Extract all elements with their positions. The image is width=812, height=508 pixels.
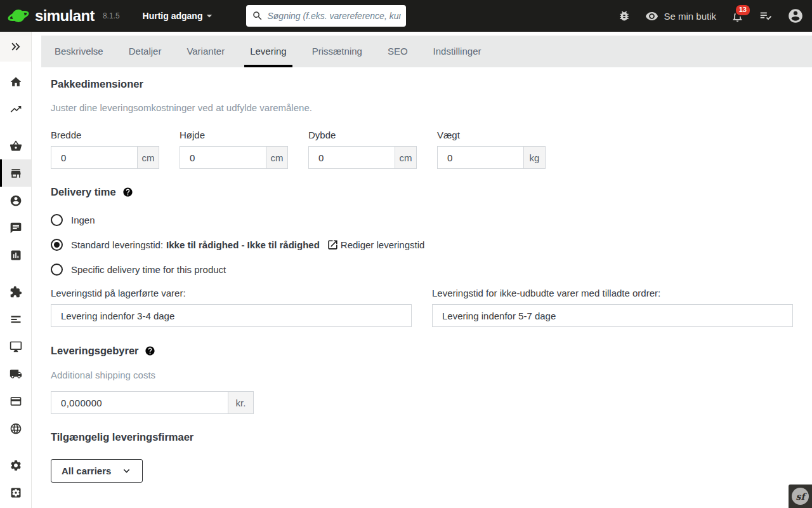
option-none-label: Ingen: [71, 215, 95, 225]
delivery-time-heading-text: Delivery time: [51, 186, 116, 198]
tab-levering[interactable]: Levering: [250, 36, 287, 67]
weight-unit-addon: kg: [523, 147, 545, 168]
radio-specific[interactable]: [51, 264, 63, 276]
monitor-icon: [10, 340, 22, 353]
sidebar-item-dashboard[interactable]: [0, 95, 31, 123]
sidebar-item-customer-service[interactable]: [0, 214, 31, 241]
text-lines-icon: [10, 313, 22, 326]
tab-indstillinger[interactable]: Indstillinger: [433, 36, 481, 67]
sidebar-item-home[interactable]: [0, 68, 31, 95]
radio-default[interactable]: [51, 239, 63, 251]
weight-input[interactable]: [438, 147, 523, 168]
symfony-logo-icon: sf: [792, 488, 809, 505]
height-label: Højde: [180, 130, 288, 140]
avatar-icon: [787, 8, 804, 24]
gear-square-icon: [10, 486, 22, 499]
shopping-basket-icon: [10, 140, 22, 152]
eye-icon: [645, 10, 658, 23]
main-area: Beskrivelse Detaljer Varianter Levering …: [32, 32, 812, 483]
sidebar-item-catalog[interactable]: [0, 159, 31, 187]
sidebar-item-payment[interactable]: [0, 387, 31, 415]
depth-input[interactable]: [309, 147, 395, 168]
height-input[interactable]: [180, 147, 266, 168]
sidebar-item-shipping[interactable]: [0, 360, 31, 387]
planet-logo-icon: [8, 6, 29, 25]
person-circle-icon: [10, 194, 22, 207]
topbar: simulant 8.1.5 Hurtig adgang Se min buti…: [0, 0, 812, 32]
width-unit-addon: cm: [137, 147, 159, 168]
option-default-prefix: Standard leveringstid:: [71, 239, 163, 250]
chevron-down-icon: [121, 465, 133, 477]
tab-detaljer[interactable]: Detaljer: [129, 36, 162, 67]
delivery-time-fields: Leveringstid på lagerførte varer: Leveri…: [51, 288, 793, 327]
truck-icon: [10, 368, 22, 380]
tab-prissaetning[interactable]: Prissætning: [312, 36, 362, 67]
in-stock-delivery-input[interactable]: [51, 304, 412, 327]
depth-label: Dybde: [308, 130, 417, 140]
shipping-cost-field-group: kr.: [51, 391, 254, 414]
sidebar-item-customers[interactable]: [0, 187, 31, 214]
option-default-value: Ikke til rådighed - Ikke til rådighed: [166, 239, 320, 250]
edit-delivery-time-link[interactable]: Rediger leveringstid: [327, 239, 425, 251]
option-default-row: Standard leveringstid: Ikke til rådighed…: [51, 238, 793, 251]
carriers-dropdown-label: All carriers: [62, 465, 111, 476]
shipping-cost-input[interactable]: [51, 392, 228, 413]
topbar-actions: Se min butik 13: [618, 8, 812, 24]
view-shop-link[interactable]: Se min butik: [645, 10, 716, 23]
brand-name: simulant: [35, 7, 95, 25]
notifications-count-badge: 13: [735, 4, 751, 17]
sidebar-item-stats[interactable]: [0, 241, 31, 269]
option-specific-label: Specific delivery time for this product: [71, 264, 226, 275]
carriers-dropdown[interactable]: All carriers: [51, 459, 143, 483]
chat-icon: [10, 222, 22, 234]
depth-field-group: Dybde cm: [308, 130, 417, 169]
oos-delivery-input[interactable]: [432, 304, 793, 327]
tab-seo[interactable]: SEO: [388, 36, 408, 67]
global-search: [246, 5, 406, 27]
radio-none[interactable]: [51, 214, 63, 226]
version-label: 8.1.5: [103, 11, 120, 20]
quick-access-label: Hurtig adgang: [143, 11, 203, 21]
debug-mode-icon[interactable]: [618, 10, 631, 22]
width-input[interactable]: [51, 147, 137, 168]
symfony-profiler-badge[interactable]: sf: [789, 485, 812, 508]
delivery-time-help-icon[interactable]: [122, 187, 133, 197]
credit-card-icon: [10, 395, 22, 408]
sidebar-item-international[interactable]: [0, 415, 31, 442]
search-input[interactable]: [246, 5, 406, 27]
edit-delivery-time-label: Rediger leveringstid: [341, 239, 425, 250]
trending-up-icon: [10, 103, 22, 116]
in-stock-delivery-group: Leveringstid på lagerførte varer:: [51, 288, 412, 327]
tab-content: Pakkedimensioner Juster dine leveringsom…: [32, 67, 812, 483]
sidebar-item-orders[interactable]: [0, 132, 31, 159]
sidebar-nav: [0, 62, 31, 506]
sidebar: [0, 32, 32, 508]
delivery-time-options: Ingen Standard leveringstid: Ikke til rå…: [51, 213, 793, 276]
profile-button[interactable]: [787, 8, 804, 24]
double-chevron-right-icon: [10, 41, 21, 52]
brand-logo[interactable]: simulant: [0, 6, 95, 25]
activity-list-button[interactable]: [759, 9, 773, 23]
view-shop-label: Se min butik: [664, 11, 716, 22]
sidebar-item-modules[interactable]: [0, 278, 31, 305]
in-stock-delivery-label: Leveringstid på lagerførte varer:: [51, 288, 412, 298]
oos-delivery-group: Leveringstid for ikke-udbudte varer med …: [432, 288, 793, 327]
quick-access-menu[interactable]: Hurtig adgang: [143, 10, 216, 22]
tab-varianter[interactable]: Varianter: [187, 36, 225, 67]
depth-unit-addon: cm: [395, 147, 416, 168]
sidebar-expand-button[interactable]: [0, 32, 31, 62]
option-none-row: Ingen: [51, 213, 793, 227]
sidebar-item-advanced-parameters[interactable]: [0, 479, 31, 506]
playlist-check-icon: [759, 9, 773, 23]
additional-shipping-costs-label: Additional shipping costs: [51, 370, 793, 380]
sidebar-item-shop-parameters[interactable]: [0, 451, 31, 479]
package-dimensions-subtitle: Juster dine leveringsomkostninger ved at…: [51, 102, 793, 113]
notifications-button[interactable]: 13: [731, 10, 744, 23]
tab-beskrivelse[interactable]: Beskrivelse: [55, 36, 103, 67]
shipping-fees-help-icon[interactable]: [145, 345, 155, 356]
width-field-group: Bredde cm: [51, 130, 159, 169]
sidebar-item-design[interactable]: [0, 305, 31, 333]
currency-addon: kr.: [228, 392, 253, 413]
product-tabs: Beskrivelse Detaljer Varianter Levering …: [41, 36, 812, 67]
sidebar-item-design-monitor[interactable]: [0, 333, 31, 360]
